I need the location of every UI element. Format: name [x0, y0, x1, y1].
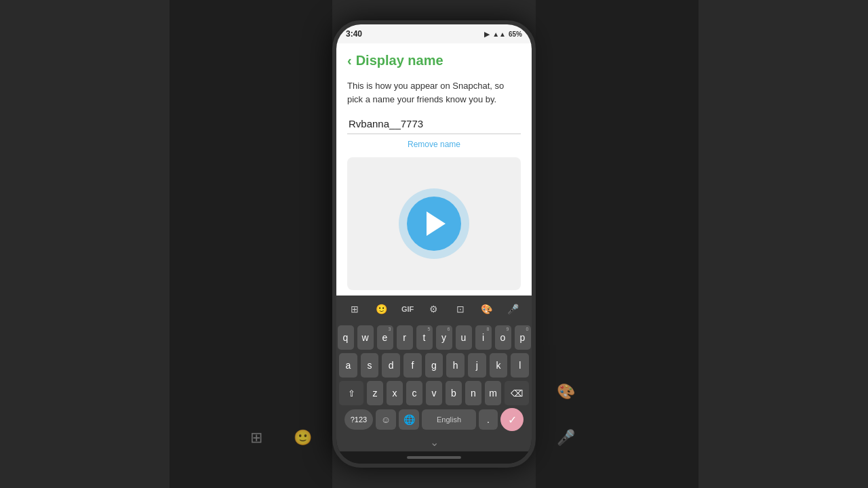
key-s[interactable]: s — [361, 353, 379, 378]
key-b[interactable]: b — [446, 381, 462, 405]
battery-text: 65% — [509, 30, 522, 38]
gif-toolbar-btn[interactable]: GIF — [397, 298, 418, 320]
key-n[interactable]: n — [465, 381, 481, 405]
key-t[interactable]: t5 — [416, 325, 433, 350]
keyboard: q w e3 r t5 y6 u i8 o9 p0 a s d f g h j … — [336, 323, 532, 434]
key-p[interactable]: p0 — [515, 325, 531, 350]
left-panel: ⊞ 🙂 — [170, 0, 332, 488]
play-icon — [427, 211, 446, 236]
key-i[interactable]: i8 — [475, 325, 492, 350]
globe-key[interactable]: 🌐 — [399, 409, 419, 430]
play-area — [347, 157, 521, 290]
key-h[interactable]: h — [446, 353, 465, 378]
wifi-icon: ▲▲ — [492, 30, 506, 38]
remove-name-link[interactable]: Remove name — [347, 140, 521, 149]
keyboard-toolbar: ⊞ 🙂 GIF ⚙ ⊡ 🎨 🎤 — [336, 296, 532, 323]
backspace-key[interactable]: ⌫ — [505, 381, 529, 405]
keyboard-row-1: q w e3 r t5 y6 u i8 o9 p0 — [339, 325, 529, 350]
translate-toolbar-btn[interactable]: ⊡ — [450, 298, 471, 320]
key-d[interactable]: d — [382, 353, 400, 378]
key-y[interactable]: y6 — [436, 325, 452, 350]
play-button[interactable] — [407, 197, 461, 251]
key-m[interactable]: m — [485, 381, 501, 405]
keyboard-row-2: a s d f g h j k l — [339, 353, 529, 378]
key-l[interactable]: l — [511, 353, 529, 378]
input-area: Remove name — [336, 114, 532, 152]
page-title: Display name — [356, 53, 443, 68]
palette-toolbar-btn[interactable]: 🎨 — [476, 298, 498, 320]
home-indicator — [336, 451, 532, 464]
home-bar — [407, 456, 461, 459]
grid-icon-left: ⊞ — [240, 422, 273, 454]
app-header: ‹ Display name — [336, 43, 532, 74]
status-bar: 3:40 ▶ ▲▲ 65% — [336, 24, 532, 43]
status-icons: ▶ ▲▲ 65% — [484, 30, 522, 38]
key-f[interactable]: f — [403, 353, 422, 378]
settings-toolbar-btn[interactable]: ⚙ — [423, 298, 445, 320]
key-c[interactable]: c — [406, 381, 422, 405]
key-u[interactable]: u — [456, 325, 472, 350]
mic-icon-right: 🎤 — [549, 422, 582, 454]
keyboard-bottom-row: ?123 ☺ 🌐 English . ✓ — [339, 409, 529, 433]
phone-frame: 3:40 ▶ ▲▲ 65% ‹ Display name This is how… — [332, 20, 536, 468]
key-j[interactable]: j — [468, 353, 486, 378]
mic-toolbar-btn[interactable]: 🎤 — [502, 298, 524, 320]
key-q[interactable]: q — [338, 325, 354, 350]
space-key[interactable]: English — [422, 409, 476, 430]
signal-icon: ▶ — [484, 30, 490, 38]
grid-toolbar-btn[interactable]: ⊞ — [344, 298, 366, 320]
key-v[interactable]: v — [426, 381, 442, 405]
key-k[interactable]: k — [490, 353, 508, 378]
description-text: This is how you appear on Snapchat, so p… — [336, 74, 532, 114]
key-r[interactable]: r — [397, 325, 413, 350]
shift-key[interactable]: ⇧ — [339, 381, 363, 405]
sticker-icon-left: 🙂 — [286, 422, 319, 454]
right-panel: 🎨 🎤 — [536, 0, 698, 488]
status-time: 3:40 — [346, 29, 362, 39]
key-g[interactable]: g — [425, 353, 443, 378]
key-x[interactable]: x — [387, 381, 403, 405]
palette-icon-right: 🎨 — [549, 375, 582, 408]
keyboard-row-3: ⇧ z x c v b n m ⌫ — [339, 381, 529, 405]
sticker-toolbar-btn[interactable]: 🙂 — [370, 298, 392, 320]
key-o[interactable]: o9 — [495, 325, 511, 350]
app-screen: ‹ Display name This is how you appear on… — [336, 43, 532, 296]
numbers-key[interactable]: ?123 — [344, 409, 373, 430]
key-w[interactable]: w — [357, 325, 374, 350]
chevron-down-icon[interactable]: ⌄ — [336, 434, 532, 451]
key-a[interactable]: a — [339, 353, 357, 378]
back-button[interactable]: ‹ — [347, 53, 352, 68]
enter-key[interactable]: ✓ — [500, 408, 524, 431]
display-name-input[interactable] — [347, 114, 521, 134]
emoji-key[interactable]: ☺ — [376, 409, 396, 430]
key-z[interactable]: z — [367, 381, 383, 405]
key-e[interactable]: e3 — [377, 325, 393, 350]
period-key[interactable]: . — [479, 409, 498, 430]
